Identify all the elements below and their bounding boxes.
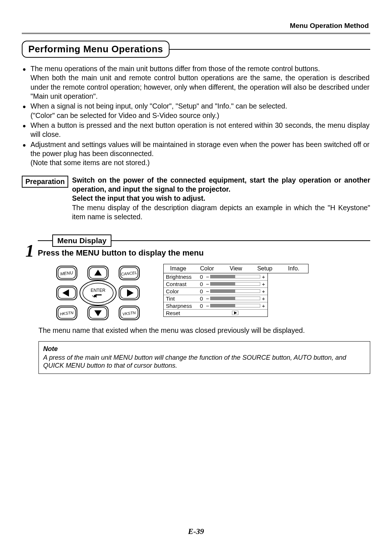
slider-bar xyxy=(210,282,260,286)
note-body: A press of the main unit MENU button wil… xyxy=(43,354,366,370)
up-arrow-button xyxy=(88,266,108,280)
plus-icon: + xyxy=(260,288,265,294)
minus-icon: − xyxy=(205,274,210,280)
osd-row-reset: Reset xyxy=(164,310,268,317)
reset-arrow-icon xyxy=(210,310,260,316)
osd-row-value: 0 xyxy=(198,295,205,302)
remote-control-diagram: MENU CANCEL HKSTN VKSTN xyxy=(54,264,142,322)
osd-tab-color: Color xyxy=(193,264,222,273)
osd-row-sharpness: Sharpness 0 − + xyxy=(164,302,268,310)
step-rule-right xyxy=(111,240,370,241)
plus-icon: + xyxy=(260,295,265,302)
after-step-text: The menu name that existed when the menu… xyxy=(38,326,370,335)
bullet-item: ● When a signal is not being input, only… xyxy=(23,102,369,120)
note-box: Note A press of the main unit MENU butto… xyxy=(38,341,370,374)
osd-row-tint: Tint 0 − + xyxy=(164,295,268,302)
osd-tab-image: Image xyxy=(164,264,193,273)
bullet-text-cont: (Note that some items are not stored.) xyxy=(30,159,150,167)
bullet-icon: ● xyxy=(23,102,30,120)
bullet-text: Adjustment and settings values will be m… xyxy=(30,140,369,158)
osd-row-value: 0 xyxy=(198,288,205,294)
minus-icon: − xyxy=(205,288,210,294)
osd-menu-tabs: Image Color View Setup Info. xyxy=(163,264,309,273)
bullet-text: The menu operations of the main unit but… xyxy=(30,65,320,73)
section-title: Performing Menu Operations xyxy=(22,41,170,58)
osd-row-value: 0 xyxy=(198,303,205,309)
osd-row-contrast: Contrast 0 − + xyxy=(164,281,268,288)
osd-row-name: Sharpness xyxy=(166,303,198,309)
page-header-right: Menu Operation Method xyxy=(22,22,370,30)
minus-icon: − xyxy=(205,295,210,302)
bullet-icon: ● xyxy=(23,121,30,139)
osd-row-name: Color xyxy=(166,288,198,294)
osd-tab-setup: Setup xyxy=(250,264,279,273)
osd-row-name: Reset xyxy=(166,310,198,316)
step-title: Menu Display xyxy=(52,234,111,247)
osd-row-value: 0 xyxy=(198,274,205,280)
preparation-rest: The menu display of the description diag… xyxy=(72,204,370,221)
osd-row-value: 0 xyxy=(198,281,205,287)
osd-row-name: Tint xyxy=(166,295,198,302)
bullet-text-cont: When both the main unit and remote contr… xyxy=(30,74,369,100)
step-number: 1 xyxy=(22,242,38,260)
plus-icon: + xyxy=(260,281,265,287)
bullet-text: When a button is pressed and the next bu… xyxy=(30,121,369,138)
step-rule-left xyxy=(38,240,52,241)
minus-icon: − xyxy=(205,303,210,309)
right-arrow-button xyxy=(119,286,139,300)
bullet-icon: ● xyxy=(23,140,30,168)
note-title: Note xyxy=(43,345,366,353)
plus-icon: + xyxy=(260,303,265,309)
down-arrow-button xyxy=(88,306,108,320)
plus-icon: + xyxy=(260,274,265,280)
bullet-list: ● The menu operations of the main unit b… xyxy=(22,64,370,168)
svg-point-21 xyxy=(83,283,113,303)
preparation-bold: Switch on the power of the connected equ… xyxy=(72,176,370,203)
header-rule xyxy=(22,33,370,34)
osd-menu-rows: Brightness 0 − + Contrast 0 − + Color 0 … xyxy=(163,273,268,317)
slider-bar xyxy=(210,289,260,293)
bullet-item: ● Adjustment and settings values will be… xyxy=(23,140,369,168)
page-number: E-39 xyxy=(0,527,392,536)
bullet-text-cont: ("Color" can be selected for Video and S… xyxy=(30,111,219,119)
bullet-text: When a signal is not being input, only "… xyxy=(30,102,287,110)
bullet-item: ● When a button is pressed and the next … xyxy=(23,121,369,139)
bullet-icon: ● xyxy=(23,64,30,101)
osd-row-name: Contrast xyxy=(166,281,198,287)
slider-bar xyxy=(210,304,260,307)
slider-bar xyxy=(210,275,260,278)
slider-bar xyxy=(210,297,260,300)
osd-row-name: Brightness xyxy=(166,274,198,280)
minus-icon: − xyxy=(205,281,210,287)
left-arrow-button xyxy=(57,286,77,300)
osd-tab-view: View xyxy=(221,264,250,273)
osd-row-brightness: Brightness 0 − + xyxy=(164,273,268,281)
enter-button-label: ENTER xyxy=(91,288,106,293)
bullet-item: ● The menu operations of the main unit b… xyxy=(23,64,369,101)
osd-row-color: Color 0 − + xyxy=(164,288,268,295)
osd-menu: Image Color View Setup Info. Brightness … xyxy=(163,264,309,317)
enter-button: ENTER xyxy=(80,281,116,305)
preparation-label: Preparation xyxy=(22,176,68,188)
osd-tab-info: Info. xyxy=(279,264,308,273)
section-title-rule xyxy=(169,49,370,50)
step-subtitle: Press the MENU button to display the men… xyxy=(38,247,370,258)
